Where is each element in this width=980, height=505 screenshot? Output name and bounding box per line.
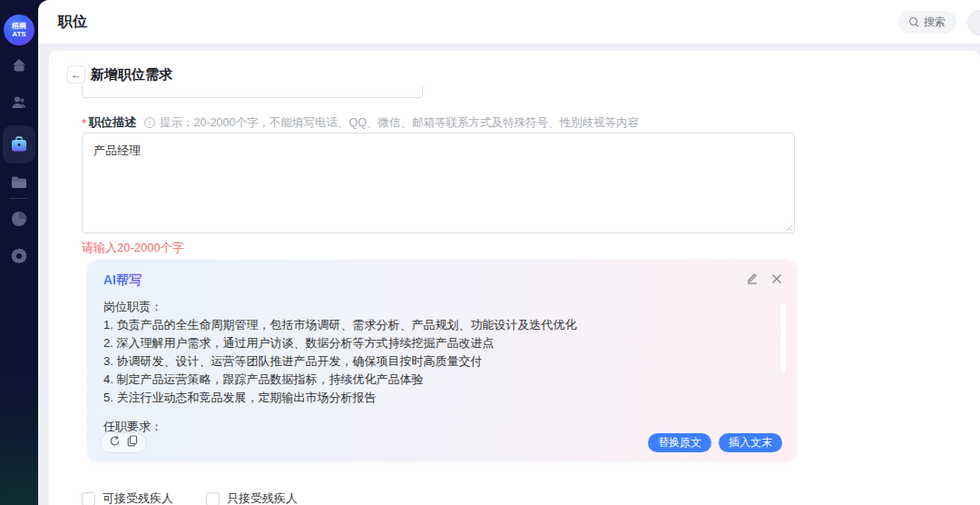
ai-text-line: 4. 制定产品运营策略，跟踪产品数据指标，持续优化产品体验 xyxy=(103,371,748,389)
ai-generated-text: 岗位职责： 1. 负责产品的全生命周期管理，包括市场调研、需求分析、产品规划、功… xyxy=(103,298,748,436)
page-title: 新增职位需求 xyxy=(91,66,172,84)
search-button[interactable]: 搜索 xyxy=(898,11,956,34)
app-logo[interactable]: 梧桐 ATS xyxy=(4,15,34,45)
checkbox-accept-disabled[interactable]: 可接受残疾人 xyxy=(82,490,173,505)
ai-text-line: 2. 深入理解用户需求，通过用户访谈、数据分析等方式持续挖掘产品改进点 xyxy=(103,334,748,352)
replace-original-button[interactable]: 替换原文 xyxy=(648,433,711,452)
checkbox-icon[interactable] xyxy=(206,492,220,505)
textarea-resize-handle[interactable] xyxy=(784,223,792,231)
topbar-edge-button[interactable] xyxy=(967,10,980,35)
disability-options-row: 可接受残疾人 只接受残疾人 xyxy=(82,490,298,505)
ai-panel-title: AI帮写 xyxy=(103,272,142,289)
main-area: 职位 搜索 ← 新增职位需求 * 职位描述 i 提示：20-2000个字，不能填… xyxy=(38,0,980,505)
required-asterisk: * xyxy=(82,116,86,130)
ai-text-line xyxy=(103,407,748,418)
home-icon xyxy=(10,56,28,78)
checkbox-icon[interactable] xyxy=(82,492,95,505)
search-icon xyxy=(909,17,919,27)
sidebar-item-jobs[interactable] xyxy=(0,134,38,158)
briefcase-icon xyxy=(9,134,29,158)
pie-chart-icon xyxy=(10,210,28,232)
gear-icon xyxy=(10,247,28,269)
sidebar-item-folders[interactable] xyxy=(0,174,38,194)
ai-text-line: 3. 协调研发、设计、运营等团队推进产品开发，确保项目按时高质量交付 xyxy=(103,352,748,371)
ai-text-line: 1. 负责产品的全生命周期管理，包括市场调研、需求分析、产品规划、功能设计及迭代… xyxy=(103,316,748,334)
app-logo-text-1: 梧桐 xyxy=(12,22,26,30)
description-label-row: * 职位描述 i 提示：20-2000个字，不能填写电话、QQ、微信、邮箱等联系… xyxy=(82,114,639,131)
back-button[interactable]: ← xyxy=(67,65,85,84)
copy-icon[interactable] xyxy=(127,434,138,451)
sidebar-item-settings[interactable] xyxy=(0,247,38,269)
ai-panel-scrollbar[interactable] xyxy=(780,303,786,372)
users-icon xyxy=(10,94,29,115)
info-icon: i xyxy=(144,117,155,128)
sidebar-item-home[interactable] xyxy=(0,56,38,78)
ai-text-line: 岗位职责： xyxy=(103,298,748,316)
page-module-title: 职位 xyxy=(58,13,87,32)
ai-assist-panel: AI帮写 岗位职责： 1. 负责产品的全生命周期管理，包括市场调研、需求分析、产… xyxy=(87,260,797,461)
regenerate-icon[interactable] xyxy=(109,434,121,451)
app-logo-text-2: ATS xyxy=(12,30,25,38)
description-hint: 提示：20-2000个字，不能填写电话、QQ、微信、邮箱等联系方式及特殊符号、性… xyxy=(160,115,639,131)
checkbox-only-disabled[interactable]: 只接受残疾人 xyxy=(206,490,298,505)
ai-text-line: 5. 关注行业动态和竞品发展，定期输出市场分析报告 xyxy=(103,389,748,407)
previous-field-partial[interactable] xyxy=(82,85,423,99)
edit-icon[interactable] xyxy=(746,272,759,288)
sidebar: 梧桐 ATS xyxy=(0,0,38,505)
search-button-label: 搜索 xyxy=(924,15,946,30)
validation-error: 请输入20-2000个字 xyxy=(82,240,184,256)
insert-at-end-button[interactable]: 插入文末 xyxy=(719,433,782,452)
topbar: 职位 搜索 xyxy=(38,0,980,44)
sidebar-item-candidates[interactable] xyxy=(0,94,38,115)
sidebar-divider xyxy=(10,198,28,199)
description-value: 产品经理 xyxy=(93,144,141,157)
sidebar-item-reports[interactable] xyxy=(0,210,38,232)
checkbox-only-label: 只接受残疾人 xyxy=(227,490,298,505)
close-icon[interactable] xyxy=(771,272,782,288)
ai-tools-group xyxy=(100,432,147,453)
form-card: ← 新增职位需求 * 职位描述 i 提示：20-2000个字，不能填写电话、QQ… xyxy=(49,51,980,505)
folder-icon xyxy=(10,174,28,194)
description-textarea[interactable]: 产品经理 xyxy=(82,133,795,233)
checkbox-accept-label: 可接受残疾人 xyxy=(103,490,173,505)
description-label: 职位描述 xyxy=(89,114,136,131)
